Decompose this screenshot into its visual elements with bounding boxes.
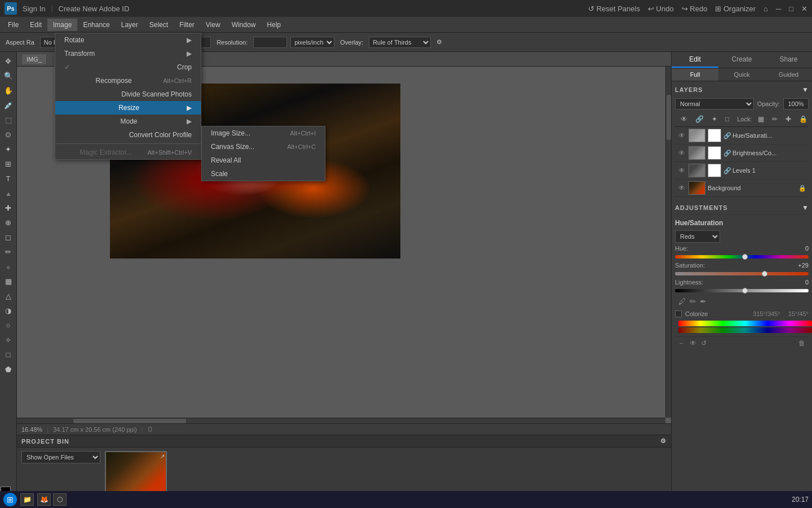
tab-create[interactable]: Create <box>718 52 765 68</box>
taskbar-btn-3[interactable]: ⬡ <box>53 493 67 506</box>
redo-btn[interactable]: ↪ Redo <box>682 5 708 13</box>
smudge-tool[interactable]: ✧ <box>2 333 15 347</box>
submenu-reveal-all[interactable]: Reveal All <box>202 154 325 167</box>
sharpen-tool[interactable]: △ <box>2 289 15 303</box>
transform-tool[interactable]: ⟁ <box>2 186 15 200</box>
subtab-quick[interactable]: Quick <box>718 68 765 81</box>
create-id-link[interactable]: Create New Adobe ID <box>59 5 130 13</box>
project-bin-options[interactable]: ⚙ <box>660 437 667 445</box>
menu-mode[interactable]: Mode ▶ <box>55 115 201 128</box>
start-button[interactable]: ⊞ <box>3 493 17 506</box>
menu-resize[interactable]: Resize ▶ <box>55 101 201 115</box>
text-tool[interactable]: T <box>2 172 15 185</box>
menu-image[interactable]: Image <box>47 19 77 31</box>
adj-options[interactable]: ▼ <box>802 204 809 212</box>
undo-btn[interactable]: ↩ Undo <box>648 5 674 13</box>
brush-tool[interactable]: ✏ <box>2 245 15 259</box>
paint-bucket-tool[interactable]: ⬦ <box>2 260 15 273</box>
menu-crop[interactable]: ✓ Crop <box>55 60 201 74</box>
taskbar-btn-2[interactable]: 🦊 <box>37 493 51 506</box>
menu-layer[interactable]: Layer <box>116 19 144 31</box>
light-slider-track[interactable] <box>675 289 809 292</box>
adj-back-btn[interactable]: ← <box>678 339 685 347</box>
layer-eye-brightness[interactable]: 👁 <box>677 148 686 157</box>
move-tool[interactable]: ✥ <box>2 54 15 68</box>
adj-btn-1[interactable]: 🖊 <box>678 297 686 306</box>
layer-style-btn[interactable]: ✦ <box>709 114 720 124</box>
show-files-select[interactable]: Show Open Files <box>21 451 100 463</box>
layer-visibility-btn[interactable]: 👁 <box>678 114 690 124</box>
submenu-canvas-size[interactable]: Canvas Size... Alt+Ctrl+C <box>202 140 325 154</box>
subtab-full[interactable]: Full <box>672 68 718 81</box>
menu-enhance[interactable]: Enhance <box>77 19 115 31</box>
home-btn[interactable]: ⌂ <box>764 5 768 13</box>
menu-edit[interactable]: Edit <box>24 19 47 31</box>
lock-position-btn[interactable]: ✚ <box>783 114 793 124</box>
bin-thumbnail[interactable]: ↗ <box>105 451 167 496</box>
layer-eye-levels[interactable]: 👁 <box>677 166 686 175</box>
adj-btn-2[interactable]: ✏ <box>690 297 696 306</box>
layer-mask-btn[interactable]: □ <box>723 114 731 124</box>
menu-rotate[interactable]: Rotate ▶ <box>55 33 201 47</box>
healing-tool[interactable]: ✚ <box>2 201 15 214</box>
sat-slider-thumb[interactable] <box>762 271 767 277</box>
opacity-input[interactable] <box>783 98 809 110</box>
layer-row-levels[interactable]: 👁 🔗 Levels 1 <box>675 162 809 179</box>
colorize-checkbox[interactable] <box>675 310 682 317</box>
close-btn[interactable]: ✕ <box>801 5 807 13</box>
custom-shape-tool[interactable]: ⬟ <box>2 362 15 376</box>
menu-help[interactable]: Help <box>261 19 286 31</box>
zoom-tool[interactable]: 🔍 <box>2 69 15 82</box>
layers-options[interactable]: ▼ <box>802 86 809 94</box>
submenu-scale[interactable]: Scale <box>202 167 325 181</box>
tab-edit[interactable]: Edit <box>672 52 718 68</box>
lock-paint-btn[interactable]: ✏ <box>770 114 780 124</box>
submenu-image-size[interactable]: Image Size... Alt+Ctrl+I <box>202 126 325 140</box>
blur-tool[interactable]: ○ <box>2 318 15 332</box>
menu-file[interactable]: File <box>2 19 24 31</box>
menu-convert-color[interactable]: Convert Color Profile <box>55 128 201 142</box>
overlay-options-btn[interactable]: ⚙ <box>434 37 444 47</box>
dodge-tool[interactable]: ◑ <box>2 304 15 317</box>
resolution-unit-select[interactable]: pixels/inch <box>290 37 334 48</box>
blend-mode-select[interactable]: Normal <box>675 98 754 110</box>
eyedropper-tool[interactable]: 💉 <box>2 98 15 112</box>
horizontal-scrollbar[interactable] <box>17 418 665 423</box>
adj-delete-btn[interactable]: 🗑 <box>798 339 805 347</box>
v-scroll-thumb[interactable] <box>667 95 671 140</box>
lock-all-btn[interactable]: 🔒 <box>797 114 810 124</box>
minimize-btn[interactable]: ─ <box>776 5 781 13</box>
maximize-btn[interactable]: □ <box>789 5 793 13</box>
organizer-btn[interactable]: ⊞ Organizer <box>715 5 756 13</box>
taskbar-btn-1[interactable]: 📁 <box>20 493 34 506</box>
light-slider-thumb[interactable] <box>742 288 748 294</box>
adj-btn-3[interactable]: ✒ <box>700 297 707 306</box>
adj-eye-btn[interactable]: 👁 <box>690 339 696 347</box>
layer-row-hue[interactable]: 👁 🔗 Hue/Saturati... <box>675 127 809 144</box>
layer-row-brightness[interactable]: 👁 🔗 Brightness/Co... <box>675 144 809 162</box>
layer-link-btn[interactable]: 🔗 <box>693 114 706 124</box>
hand-tool[interactable]: ✋ <box>2 84 15 97</box>
layer-eye-bg[interactable]: 👁 <box>677 183 686 192</box>
clone-tool[interactable]: ⊕ <box>2 216 15 229</box>
menu-transform[interactable]: Transform ▶ <box>55 47 201 60</box>
overlay-select[interactable]: Rule of Thirds <box>369 37 431 48</box>
hue-slider-thumb[interactable] <box>742 254 748 260</box>
sat-slider-track[interactable] <box>675 272 809 275</box>
gradient-tool[interactable]: ▦ <box>2 274 15 288</box>
menu-divide-scanned[interactable]: Divide Scanned Photos <box>55 87 201 101</box>
marquee-tool[interactable]: ⬚ <box>2 113 15 126</box>
adj-reset-btn[interactable]: ↺ <box>701 339 707 347</box>
layer-row-background[interactable]: 👁 Background 🔒 <box>675 179 809 197</box>
menu-filter[interactable]: Filter <box>174 19 200 31</box>
hue-slider-track[interactable] <box>675 255 809 259</box>
subtab-guided[interactable]: Guided <box>765 68 812 81</box>
menu-window[interactable]: Window <box>226 19 262 31</box>
h-scroll-thumb[interactable] <box>73 419 186 423</box>
lasso-tool[interactable]: ⊙ <box>2 128 15 141</box>
channel-select[interactable]: Reds <box>675 230 720 243</box>
shape-tool[interactable]: □ <box>2 348 15 361</box>
file-tab[interactable]: IMG_ <box>21 54 47 64</box>
magic-wand-tool[interactable]: ✦ <box>2 142 15 156</box>
crop-tool[interactable]: ⊞ <box>2 157 15 170</box>
